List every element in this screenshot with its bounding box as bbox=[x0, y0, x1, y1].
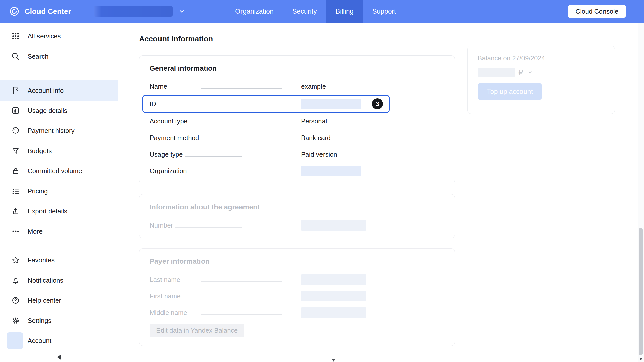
leader-dots bbox=[175, 227, 300, 228]
row-label: Organization bbox=[150, 167, 187, 175]
row-label: Account type bbox=[150, 117, 187, 125]
redacted-value bbox=[301, 291, 366, 301]
card-title: General information bbox=[150, 64, 444, 73]
search-icon bbox=[11, 52, 20, 61]
card-title: Information about the agreement bbox=[150, 203, 444, 211]
ruble-currency-symbol: ₽ bbox=[518, 68, 523, 77]
sidebar-item-notifications[interactable]: Notifications bbox=[0, 270, 118, 290]
bar-chart-icon bbox=[11, 106, 20, 115]
sidebar-item-label: Favorites bbox=[28, 256, 55, 264]
leader-dots bbox=[190, 314, 300, 315]
ellipsis-icon bbox=[11, 227, 20, 236]
row-label: First name bbox=[150, 292, 181, 300]
row-label: Middle name bbox=[150, 309, 187, 317]
balance-amount: ₽ bbox=[478, 68, 605, 77]
funnel-icon bbox=[11, 146, 20, 155]
row-label: Usage type bbox=[150, 151, 183, 158]
sidebar-item-export-details[interactable]: Export details bbox=[0, 201, 118, 221]
scrollbar-thumb[interactable] bbox=[639, 228, 643, 355]
nav-item-organization[interactable]: Organization bbox=[226, 0, 283, 23]
collapse-arrow-icon bbox=[57, 354, 61, 360]
sidebar: All services Search Account inf bbox=[0, 23, 118, 362]
nav-item-security[interactable]: Security bbox=[283, 0, 326, 23]
sidebar-item-label: Account info bbox=[28, 87, 64, 95]
leader-dots bbox=[183, 281, 300, 282]
top-bar: Cloud Center Organization Security Billi… bbox=[0, 0, 644, 23]
sidebar-item-all-services[interactable]: All services bbox=[0, 26, 118, 46]
row-account-type: Account type Personal bbox=[150, 113, 444, 129]
sidebar-item-label: Search bbox=[28, 53, 48, 60]
vertical-scrollbar[interactable] bbox=[638, 23, 644, 362]
leader-dots bbox=[170, 88, 300, 89]
scrollbar-down-arrow-icon[interactable] bbox=[639, 358, 643, 360]
sidebar-item-label: More bbox=[28, 228, 43, 235]
help-icon bbox=[11, 296, 20, 305]
redacted-value bbox=[301, 220, 366, 231]
leader-dots bbox=[185, 156, 300, 157]
balance-panel: Balance on 27/09/2024 ₽ Top up account bbox=[467, 46, 615, 114]
sidebar-item-label: All services bbox=[28, 32, 61, 40]
agreement-card: Information about the agreement Number bbox=[139, 194, 455, 238]
row-last-name: Last name bbox=[150, 271, 444, 288]
row-value: Bank card bbox=[301, 134, 331, 142]
row-label: Last name bbox=[150, 276, 180, 284]
sidebar-item-usage-details[interactable]: Usage details bbox=[0, 101, 118, 121]
brand-name: Cloud Center bbox=[25, 7, 71, 16]
checklist-icon bbox=[11, 187, 20, 196]
sidebar-item-payment-history[interactable]: Payment history bbox=[0, 121, 118, 141]
leader-dots bbox=[202, 140, 300, 140]
row-name: Name example bbox=[150, 78, 444, 95]
top-up-account-button[interactable]: Top up account bbox=[478, 83, 542, 100]
cloud-center-logo-icon bbox=[9, 6, 20, 17]
star-icon bbox=[11, 256, 20, 265]
sidebar-item-label: Help center bbox=[28, 297, 61, 304]
row-middle-name: Middle name bbox=[150, 304, 444, 321]
sidebar-item-favorites[interactable]: Favorites bbox=[0, 250, 118, 270]
chevron-down-icon[interactable] bbox=[527, 69, 533, 76]
sidebar-item-label: Committed volume bbox=[28, 167, 82, 175]
cloud-console-button[interactable]: Cloud Console bbox=[568, 5, 626, 18]
sidebar-item-more[interactable]: More bbox=[0, 221, 118, 241]
row-organization: Organization bbox=[150, 163, 444, 179]
row-id-highlighted: ID 3 bbox=[142, 95, 390, 113]
leader-dots bbox=[183, 298, 300, 298]
redacted-value bbox=[301, 99, 361, 109]
sidebar-item-label: Usage details bbox=[28, 107, 67, 115]
history-icon bbox=[11, 126, 20, 135]
app-window: Cloud Center Organization Security Billi… bbox=[0, 0, 644, 362]
row-payment-method: Payment method Bank card bbox=[150, 129, 444, 146]
lock-icon bbox=[11, 166, 20, 175]
general-information-card: General information Name example ID bbox=[139, 55, 455, 184]
redacted-balance-value bbox=[478, 68, 515, 77]
sidebar-item-account[interactable]: Account bbox=[0, 331, 118, 351]
sidebar-item-pricing[interactable]: Pricing bbox=[0, 181, 118, 201]
row-label: ID bbox=[150, 100, 156, 108]
sidebar-item-account-info[interactable]: Account info bbox=[0, 80, 118, 101]
scroll-down-indicator[interactable] bbox=[332, 359, 336, 362]
organization-selector[interactable] bbox=[94, 0, 186, 23]
sidebar-item-label: Payment history bbox=[28, 127, 74, 135]
edit-data-button[interactable]: Edit data in Yandex Balance bbox=[150, 324, 244, 337]
sidebar-item-label: Export details bbox=[28, 207, 67, 215]
redacted-value bbox=[301, 307, 366, 318]
brand[interactable]: Cloud Center bbox=[9, 0, 71, 23]
sidebar-collapse-button[interactable] bbox=[0, 354, 118, 360]
sidebar-item-search[interactable]: Search bbox=[0, 46, 118, 66]
row-label: Number bbox=[150, 221, 173, 229]
sidebar-item-budgets[interactable]: Budgets bbox=[0, 141, 118, 161]
top-nav: Organization Security Billing Support bbox=[226, 0, 405, 23]
row-number: Number bbox=[150, 217, 444, 234]
redacted-value bbox=[301, 274, 366, 285]
gear-icon bbox=[11, 316, 20, 325]
sidebar-divider bbox=[0, 70, 118, 70]
row-value: Paid version bbox=[301, 151, 337, 158]
sidebar-item-help-center[interactable]: Help center bbox=[0, 290, 118, 310]
sidebar-item-committed-volume[interactable]: Committed volume bbox=[0, 161, 118, 181]
leader-dots bbox=[189, 173, 300, 173]
sidebar-item-settings[interactable]: Settings bbox=[0, 310, 118, 331]
nav-item-billing[interactable]: Billing bbox=[326, 0, 363, 23]
sidebar-item-label: Budgets bbox=[28, 147, 52, 155]
sidebar-item-label: Settings bbox=[28, 317, 51, 325]
card-title: Payer information bbox=[150, 257, 444, 266]
nav-item-support[interactable]: Support bbox=[363, 0, 406, 23]
